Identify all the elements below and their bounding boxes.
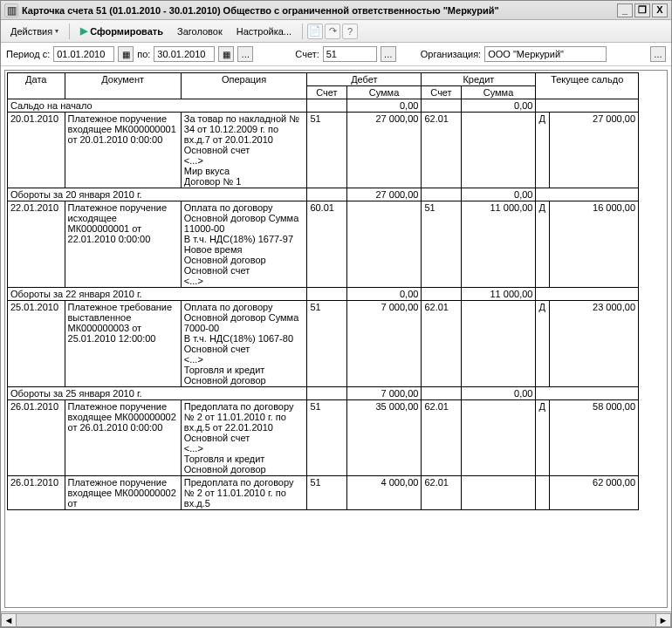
- minimize-button[interactable]: _: [617, 3, 633, 17]
- org-picker-button[interactable]: …: [650, 46, 666, 62]
- table-row: 26.01.2010Платежное поручение входящее М…: [8, 476, 639, 510]
- actions-menu-label: Действия: [10, 26, 52, 37]
- period-picker-button[interactable]: …: [237, 46, 253, 62]
- period-from-label: Период с:: [6, 49, 50, 59]
- account-input[interactable]: [323, 46, 377, 62]
- col-credit-acct: Счет: [422, 86, 461, 99]
- calendar-to-icon[interactable]: ▦: [218, 46, 234, 62]
- col-credit: Кредит: [422, 73, 536, 86]
- arrow-icon[interactable]: ↷: [325, 24, 340, 39]
- subtotal-row: Обороты за 25 января 2010 г.7 000,000,00: [8, 387, 639, 400]
- window-title: Карточка счета 51 (01.01.2010 - 30.01.20…: [22, 5, 499, 16]
- scroll-right-button[interactable]: ►: [655, 613, 671, 627]
- chevron-down-icon: ▾: [55, 27, 58, 35]
- period-to-label: по:: [137, 49, 150, 59]
- date-from-input[interactable]: [53, 46, 114, 62]
- play-icon: ▶: [80, 25, 87, 37]
- actions-menu[interactable]: Действия ▾: [4, 24, 65, 39]
- calendar-from-icon[interactable]: ▦: [118, 46, 134, 62]
- close-button[interactable]: X: [652, 3, 668, 17]
- titlebar: ▥ Карточка счета 51 (01.01.2010 - 30.01.…: [1, 1, 671, 20]
- org-label: Организация:: [421, 49, 481, 59]
- filter-bar: Период с: ▦ по: ▦ … Счет: … Организация:…: [1, 43, 671, 66]
- restore-button[interactable]: ❐: [634, 3, 650, 17]
- account-label: Счет:: [295, 49, 319, 59]
- table-row: 20.01.2010Платежное поручение входящее М…: [8, 113, 639, 188]
- col-credit-sum: Сумма: [461, 86, 536, 99]
- opening-balance-row: Сальдо на начало0,000,00: [8, 99, 639, 113]
- col-debit: Дебет: [307, 73, 422, 86]
- table-row: 26.01.2010Платежное поручение входящее М…: [8, 400, 639, 476]
- account-picker-button[interactable]: …: [381, 46, 396, 62]
- col-op: Операция: [181, 73, 307, 99]
- table-row: 25.01.2010Платежное требование выставлен…: [8, 301, 639, 387]
- header-button[interactable]: Заголовок: [171, 24, 229, 39]
- help-button[interactable]: ?: [342, 24, 358, 39]
- toolbar: Действия ▾ ▶ Сформировать Заголовок Наст…: [1, 20, 671, 43]
- col-doc: Документ: [65, 73, 181, 99]
- date-to-input[interactable]: [154, 46, 215, 62]
- app-icon: ▥: [4, 3, 18, 17]
- horizontal-scrollbar[interactable]: ◄ ►: [1, 611, 671, 627]
- form-button-label: Сформировать: [90, 26, 163, 37]
- subtotal-row: Обороты за 20 января 2010 г.27 000,000,0…: [8, 188, 639, 201]
- subtotal-row: Обороты за 22 января 2010 г.0,0011 000,0…: [8, 288, 639, 301]
- settings-button[interactable]: Настройка...: [230, 24, 298, 39]
- col-balance: Текущее сальдо: [536, 73, 639, 99]
- col-debit-sum: Сумма: [346, 86, 422, 99]
- col-debit-acct: Счет: [307, 86, 346, 99]
- report-area[interactable]: Дата Документ Операция Дебет Кредит Теку…: [4, 70, 668, 608]
- report-table: Дата Документ Операция Дебет Кредит Теку…: [7, 72, 639, 510]
- col-date: Дата: [8, 73, 65, 99]
- scroll-track[interactable]: [17, 613, 655, 627]
- table-row: 22.01.2010Платежное поручение исходящее …: [8, 201, 639, 288]
- scroll-left-button[interactable]: ◄: [1, 613, 17, 627]
- form-button[interactable]: ▶ Сформировать: [74, 23, 169, 39]
- org-input[interactable]: [484, 46, 607, 62]
- file-icon[interactable]: 📄: [307, 24, 323, 39]
